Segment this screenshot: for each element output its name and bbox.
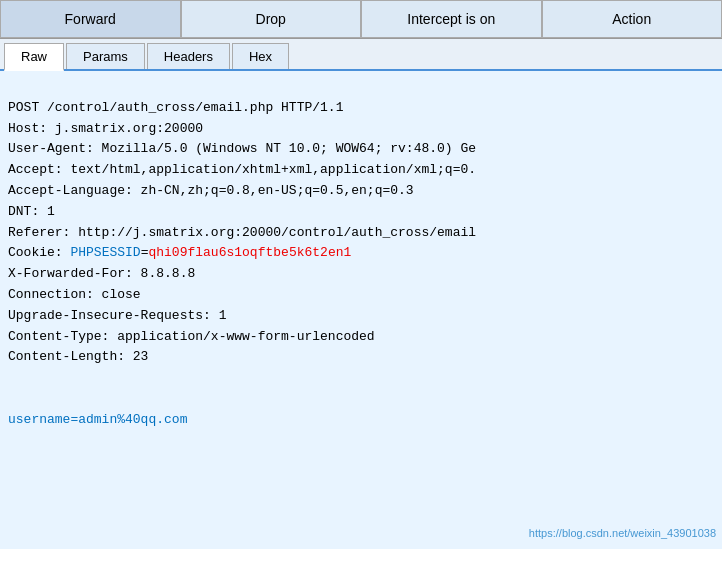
request-line-11: Upgrade-Insecure-Requests: 1 xyxy=(8,306,714,327)
request-empty-line xyxy=(8,389,714,410)
request-line-10: Connection: close xyxy=(8,285,714,306)
tab-hex[interactable]: Hex xyxy=(232,43,289,69)
cookie-label: Cookie: xyxy=(8,245,70,260)
tab-headers[interactable]: Headers xyxy=(147,43,230,69)
tab-raw[interactable]: Raw xyxy=(4,43,64,71)
request-line-7: Referer: http://j.smatrix.org:20000/cont… xyxy=(8,223,714,244)
request-post-data: username=admin%40qq.com xyxy=(8,410,714,431)
request-line-1: POST /control/auth_cross/email.php HTTP/… xyxy=(8,98,714,119)
request-line-3: User-Agent: Mozilla/5.0 (Windows NT 10.0… xyxy=(8,139,714,160)
request-line-12: Content-Type: application/x-www-form-url… xyxy=(8,327,714,348)
request-line-2: Host: j.smatrix.org:20000 xyxy=(8,119,714,140)
drop-button[interactable]: Drop xyxy=(181,0,362,38)
watermark: https://blog.csdn.net/weixin_43901038 xyxy=(529,525,716,543)
request-line-9: X-Forwarded-For: 8.8.8.8 xyxy=(8,264,714,285)
request-line-5: Accept-Language: zh-CN,zh;q=0.8,en-US;q=… xyxy=(8,181,714,202)
request-cookie-line: Cookie: PHPSESSID=qhi09flau6s1oqftbe5k6t… xyxy=(8,243,714,264)
cookie-value: qhi09flau6s1oqftbe5k6t2en1 xyxy=(148,245,351,260)
cookie-name: PHPSESSID xyxy=(70,245,140,260)
intercept-button[interactable]: Intercept is on xyxy=(361,0,542,38)
request-content: POST /control/auth_cross/email.php HTTP/… xyxy=(0,71,722,549)
request-line-6: DNT: 1 xyxy=(8,202,714,223)
tab-params[interactable]: Params xyxy=(66,43,145,69)
action-button[interactable]: Action xyxy=(542,0,723,38)
forward-button[interactable]: Forward xyxy=(0,0,181,38)
tab-bar: Raw Params Headers Hex xyxy=(0,39,722,71)
request-line-13: Content-Length: 23 xyxy=(8,347,714,368)
request-line-4: Accept: text/html,application/xhtml+xml,… xyxy=(8,160,714,181)
toolbar: Forward Drop Intercept is on Action xyxy=(0,0,722,39)
